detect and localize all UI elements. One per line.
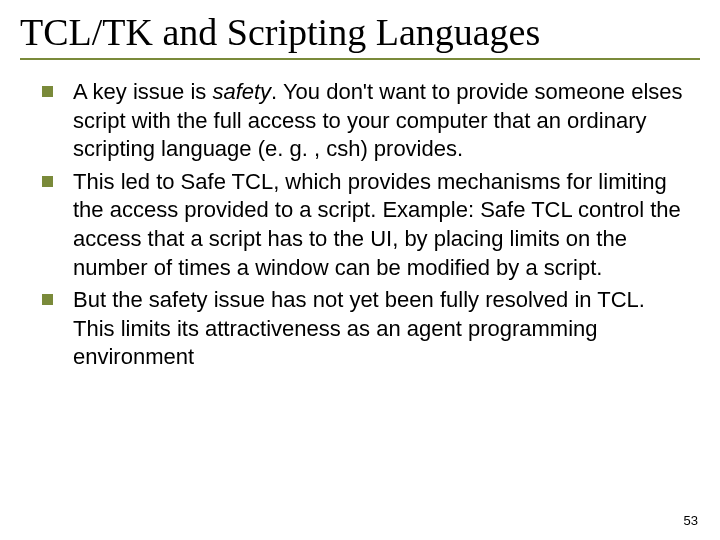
bullet-marker-icon: [42, 176, 53, 187]
bullet-text-em: safety: [212, 79, 271, 104]
bullet-text-pre: But the safety issue has not yet been fu…: [73, 287, 645, 369]
bullet-item: But the safety issue has not yet been fu…: [42, 286, 690, 372]
bullet-item: This led to Safe TCL, which provides mec…: [42, 168, 690, 282]
bullet-text-pre: A key issue is: [73, 79, 212, 104]
bullet-marker-icon: [42, 86, 53, 97]
bullet-text: This led to Safe TCL, which provides mec…: [73, 168, 690, 282]
bullet-text: But the safety issue has not yet been fu…: [73, 286, 690, 372]
slide-title: TCL/TK and Scripting Languages: [20, 10, 700, 54]
bullet-text-pre: This led to Safe TCL, which provides mec…: [73, 169, 681, 280]
page-number: 53: [684, 513, 698, 528]
bullet-text: A key issue is safety. You don't want to…: [73, 78, 690, 164]
bullet-marker-icon: [42, 294, 53, 305]
slide: TCL/TK and Scripting Languages A key iss…: [0, 0, 720, 540]
title-container: TCL/TK and Scripting Languages: [20, 10, 700, 60]
slide-body: A key issue is safety. You don't want to…: [20, 78, 700, 372]
bullet-item: A key issue is safety. You don't want to…: [42, 78, 690, 164]
